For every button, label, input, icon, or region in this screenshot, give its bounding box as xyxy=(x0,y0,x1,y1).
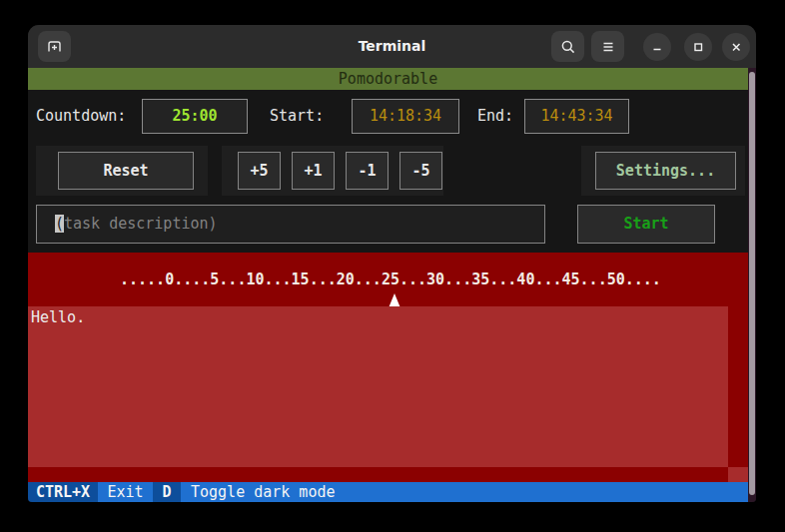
task-description-input[interactable]: (task description) xyxy=(36,205,545,244)
end-time-label: End: xyxy=(477,99,513,134)
maximize-button[interactable] xyxy=(684,33,712,61)
hamburger-menu-icon xyxy=(600,39,616,55)
minimize-button[interactable] xyxy=(643,33,671,61)
minimize-icon xyxy=(650,40,664,54)
task-input-placeholder: task description) xyxy=(64,215,218,233)
app-header: Pomodorable xyxy=(28,68,748,90)
new-tab-icon xyxy=(46,38,63,55)
log-line: Hello. xyxy=(31,307,728,328)
titlebar: Terminal xyxy=(28,25,756,68)
menu-button[interactable] xyxy=(591,31,624,62)
terminal-screen: Pomodorable Countdown: 25:00 Start: 14:1… xyxy=(28,68,756,502)
text-cursor: ( xyxy=(55,215,64,233)
search-icon xyxy=(560,39,576,55)
footer-action-dark-mode[interactable]: Toggle dark mode xyxy=(181,482,748,502)
footer-key-dark-mode[interactable]: D xyxy=(153,482,181,502)
end-time-value: 14:43:34 xyxy=(524,99,629,134)
scroll-corner-block xyxy=(728,467,748,482)
minus-one-button[interactable]: -1 xyxy=(346,152,389,190)
plus-five-button[interactable]: +5 xyxy=(238,152,281,190)
footer-key-exit[interactable]: CTRL+X xyxy=(28,482,98,502)
start-time-value: 14:18:34 xyxy=(352,99,459,134)
plus-one-button[interactable]: +1 xyxy=(292,152,335,190)
scrollbar-thumb[interactable] xyxy=(749,72,755,495)
reset-button[interactable]: Reset xyxy=(58,152,194,190)
scrollbar-track[interactable] xyxy=(748,68,756,502)
start-time-label: Start: xyxy=(270,99,324,134)
new-tab-button[interactable] xyxy=(38,31,71,62)
timer-progress-area: .....0....5...10...15...20...25...30...3… xyxy=(28,253,748,482)
maximize-icon xyxy=(691,40,705,54)
close-button[interactable] xyxy=(722,33,750,61)
settings-button[interactable]: Settings... xyxy=(595,152,736,190)
countdown-value: 25:00 xyxy=(142,99,248,134)
close-icon xyxy=(729,40,743,54)
minus-five-button[interactable]: -5 xyxy=(399,152,442,190)
start-button[interactable]: Start xyxy=(577,205,715,244)
app-title: Pomodorable xyxy=(339,70,437,88)
search-button[interactable] xyxy=(551,31,584,62)
log-panel: Hello. xyxy=(28,306,728,467)
keybinding-footer: CTRL+X Exit D Toggle dark mode xyxy=(28,482,748,502)
minutes-ruler: .....0....5...10...15...20...25...30...3… xyxy=(120,269,661,290)
footer-action-exit[interactable]: Exit xyxy=(98,482,153,502)
countdown-label: Countdown: xyxy=(36,99,126,134)
terminal-window: Terminal xyxy=(28,25,756,502)
